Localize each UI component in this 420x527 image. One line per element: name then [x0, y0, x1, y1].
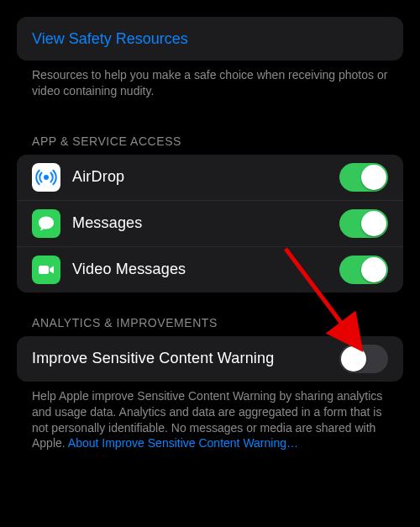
messages-toggle[interactable] [339, 209, 388, 238]
messages-icon [32, 209, 60, 238]
analytics-header: ANALYTICS & IMPROVEMENTS [17, 301, 403, 336]
resources-footer: Resources to help you make a safe choice… [17, 61, 403, 111]
airdrop-toggle[interactable] [339, 163, 388, 192]
video-messages-label: Video Messages [72, 261, 339, 278]
view-safety-resources-row[interactable]: View Safety Resources [17, 17, 403, 61]
view-safety-resources-label: View Safety Resources [32, 30, 188, 48]
app-access-header: APP & SERVICE ACCESS [17, 119, 403, 155]
video-messages-toggle[interactable] [339, 256, 388, 284]
analytics-group: ANALYTICS & IMPROVEMENTS Improve Sensiti… [17, 301, 403, 464]
improve-scw-row: Improve Sensitive Content Warning [17, 336, 403, 382]
improve-scw-toggle[interactable] [339, 345, 388, 373]
messages-row: Messages [17, 200, 403, 246]
airdrop-row: AirDrop [17, 155, 403, 200]
app-access-group: APP & SERVICE ACCESS AirDrop [17, 119, 403, 292]
airdrop-icon [32, 163, 60, 192]
resources-group: View Safety Resources Resources to help … [17, 17, 403, 111]
analytics-card: Improve Sensitive Content Warning [17, 336, 403, 382]
svg-point-0 [44, 175, 49, 180]
messages-label: Messages [72, 214, 339, 232]
about-improve-scw-link[interactable]: About Improve Sensitive Content Warning… [68, 436, 298, 450]
improve-scw-label: Improve Sensitive Content Warning [32, 350, 339, 367]
analytics-footer: Help Apple improve Sensitive Content War… [17, 382, 403, 464]
video-messages-icon [32, 256, 60, 284]
video-messages-row: Video Messages [17, 246, 403, 292]
svg-rect-1 [39, 266, 49, 274]
airdrop-label: AirDrop [72, 168, 339, 186]
app-access-card: AirDrop Messages [17, 155, 403, 292]
resources-card: View Safety Resources [17, 17, 403, 61]
